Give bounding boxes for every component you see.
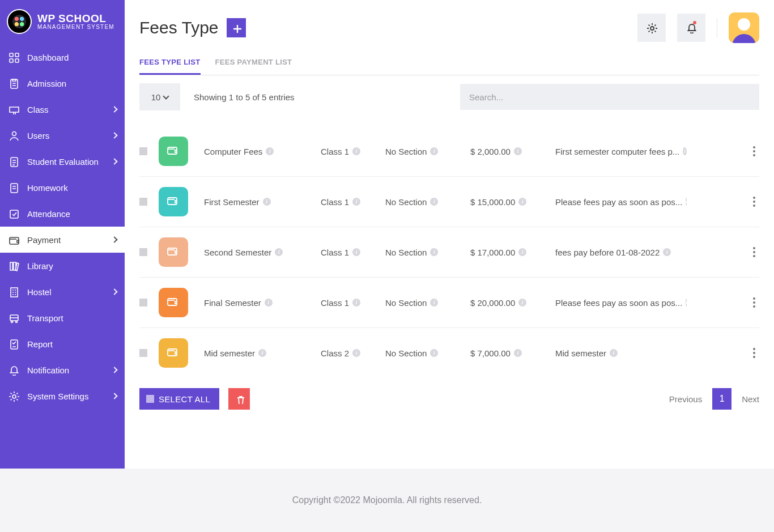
checkbox-icon bbox=[146, 395, 154, 403]
sidebar-item-class[interactable]: Class bbox=[0, 96, 125, 122]
info-icon[interactable] bbox=[610, 349, 618, 357]
cell-class: Class 1 bbox=[321, 248, 380, 257]
document-icon bbox=[8, 182, 19, 193]
sidebar-item-report[interactable]: Report bbox=[0, 331, 125, 357]
info-icon[interactable] bbox=[514, 349, 522, 357]
cell-description: fees pay before 01-08-2022 bbox=[555, 248, 687, 257]
add-fees-type-button[interactable] bbox=[227, 18, 246, 37]
info-icon[interactable] bbox=[266, 147, 274, 155]
cell-amount: $ 20,000.00 bbox=[470, 298, 550, 308]
select-all-label: SELECT ALL bbox=[159, 394, 210, 404]
row-checkbox[interactable] bbox=[139, 299, 147, 307]
sidebar-item-attendance[interactable]: Attendance bbox=[0, 201, 125, 227]
table-row: Computer Fees Class 1 No Section $ 2,000… bbox=[139, 126, 759, 177]
sidebar-item-library[interactable]: Library bbox=[0, 253, 125, 279]
info-icon[interactable] bbox=[352, 198, 360, 206]
chevron-right-icon bbox=[111, 106, 117, 112]
cell-section: No Section bbox=[385, 348, 465, 358]
tab-fees-payment-list[interactable]: FEES PAYMENT LIST bbox=[215, 58, 292, 75]
info-icon[interactable] bbox=[514, 147, 522, 155]
row-checkbox[interactable] bbox=[139, 198, 147, 206]
row-actions-menu[interactable] bbox=[749, 144, 759, 158]
brand-line1: WP SCHOOL bbox=[37, 13, 114, 24]
sidebar-item-dashboard[interactable]: Dashboard bbox=[0, 44, 125, 70]
chevron-right-icon bbox=[111, 393, 117, 399]
page-1-button[interactable]: 1 bbox=[712, 388, 732, 410]
footer: Copyright ©2022 Mojoomla. All rights res… bbox=[0, 469, 774, 532]
sidebar-item-label: Attendance bbox=[27, 209, 70, 219]
notifications-button[interactable] bbox=[677, 14, 705, 42]
row-actions-menu[interactable] bbox=[749, 245, 759, 259]
info-icon[interactable] bbox=[265, 299, 273, 307]
row-actions-menu[interactable] bbox=[749, 346, 759, 360]
sidebar-item-homework[interactable]: Homework bbox=[0, 175, 125, 201]
cell-class: Class 1 bbox=[321, 147, 380, 156]
info-icon[interactable] bbox=[686, 299, 687, 307]
cell-description: First semester computer fees p... bbox=[555, 147, 687, 156]
sidebar-item-transport[interactable]: Transport bbox=[0, 305, 125, 331]
info-icon[interactable] bbox=[430, 349, 438, 357]
info-icon[interactable] bbox=[686, 198, 687, 206]
brand-logo[interactable]: WP SCHOOL MANAGEMENT SYSTEM bbox=[0, 0, 125, 44]
search-input[interactable] bbox=[460, 84, 759, 110]
sidebar-item-notification[interactable]: Notification bbox=[0, 357, 125, 383]
cell-amount: $ 17,000.00 bbox=[470, 248, 550, 257]
cell-section: No Section bbox=[385, 298, 465, 308]
building-icon bbox=[8, 286, 19, 297]
info-icon[interactable] bbox=[352, 147, 360, 155]
cell-name: Computer Fees bbox=[204, 147, 315, 156]
cell-name: Final Semester bbox=[204, 298, 315, 308]
row-actions-menu[interactable] bbox=[749, 296, 759, 309]
cell-amount: $ 15,000.00 bbox=[470, 197, 550, 207]
sidebar-item-label: Report bbox=[27, 339, 53, 349]
info-icon[interactable] bbox=[430, 248, 438, 256]
sidebar-item-payment[interactable]: Payment bbox=[0, 227, 125, 253]
row-checkbox[interactable] bbox=[139, 349, 147, 357]
grid-icon bbox=[8, 52, 19, 63]
row-actions-menu[interactable] bbox=[749, 195, 759, 208]
chevron-right-icon bbox=[111, 236, 117, 242]
info-icon[interactable] bbox=[683, 147, 687, 155]
title-wrap: Fees Type bbox=[139, 18, 246, 37]
info-icon[interactable] bbox=[275, 248, 283, 256]
info-icon[interactable] bbox=[352, 349, 360, 357]
trash-icon bbox=[235, 394, 244, 404]
info-icon[interactable] bbox=[263, 198, 271, 206]
info-icon[interactable] bbox=[518, 248, 526, 256]
info-icon[interactable] bbox=[518, 198, 526, 206]
delete-selected-button[interactable] bbox=[228, 388, 250, 410]
sidebar-item-users[interactable]: Users bbox=[0, 122, 125, 148]
row-checkbox[interactable] bbox=[139, 248, 147, 256]
info-icon[interactable] bbox=[430, 147, 438, 155]
info-icon[interactable] bbox=[430, 299, 438, 307]
info-icon[interactable] bbox=[352, 299, 360, 307]
next-page-button[interactable]: Next bbox=[742, 394, 759, 404]
gear-icon bbox=[8, 390, 19, 402]
sidebar-item-system-settings[interactable]: System Settings bbox=[0, 383, 125, 409]
plus-icon bbox=[231, 23, 241, 33]
survey-icon bbox=[8, 338, 19, 350]
wallet-icon bbox=[8, 234, 19, 245]
user-avatar[interactable] bbox=[729, 12, 759, 43]
row-checkbox[interactable] bbox=[139, 147, 147, 155]
user-icon bbox=[8, 130, 19, 141]
info-icon[interactable] bbox=[518, 299, 526, 307]
bell-icon bbox=[8, 364, 19, 376]
previous-page-button[interactable]: Previous bbox=[669, 394, 702, 404]
info-icon[interactable] bbox=[663, 248, 671, 256]
notification-dot-icon bbox=[693, 21, 696, 24]
sidebar-item-label: System Settings bbox=[27, 391, 88, 401]
sidebar-item-admission[interactable]: Admission bbox=[0, 70, 125, 96]
info-icon[interactable] bbox=[430, 198, 438, 206]
sidebar-item-label: Homework bbox=[27, 183, 68, 193]
page-title: Fees Type bbox=[139, 18, 219, 37]
sidebar-item-hostel[interactable]: Hostel bbox=[0, 279, 125, 305]
select-all-button[interactable]: SELECT ALL bbox=[139, 388, 219, 410]
info-icon[interactable] bbox=[258, 349, 266, 357]
page-size-select[interactable]: 10 bbox=[139, 83, 180, 110]
tab-fees-type-list[interactable]: FEES TYPE LIST bbox=[139, 58, 201, 75]
info-icon[interactable] bbox=[352, 248, 360, 256]
tabs: FEES TYPE LISTFEES PAYMENT LIST bbox=[139, 58, 759, 75]
sidebar-item-student-evaluation[interactable]: Student Evaluation bbox=[0, 148, 125, 175]
settings-button[interactable] bbox=[637, 14, 666, 42]
